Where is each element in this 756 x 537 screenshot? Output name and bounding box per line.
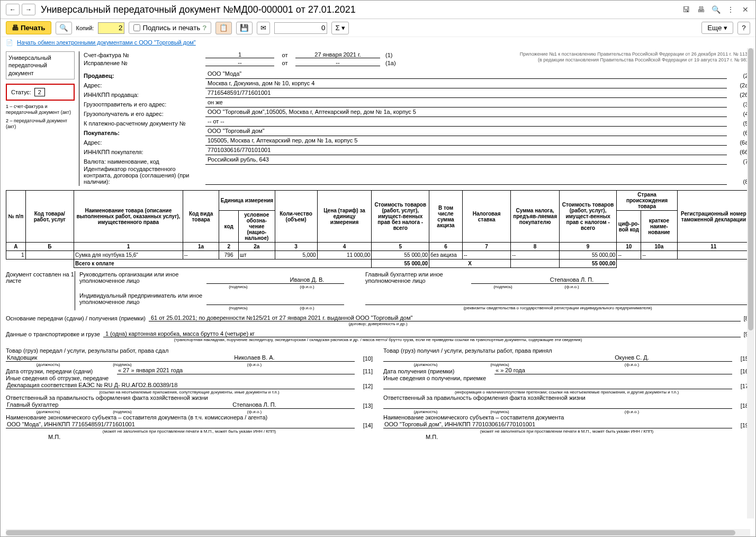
status-legend-2: 2 – передаточный документ (акт) — [6, 118, 75, 130]
status-value: 2 — [34, 88, 45, 96]
horizontal-scrollbar[interactable] — [6, 529, 750, 536]
print-icon[interactable]: 🖶 — [696, 5, 706, 14]
doc-type-title: Универсальный передаточный документ — [6, 51, 75, 79]
appendix-1: Приложение №1 к постановлению Правительс… — [507, 51, 750, 57]
status-legend-1: 1 – счет-фактура и передаточный документ… — [6, 104, 75, 115]
window-title: Универсальный передаточный документ №МД0… — [41, 4, 681, 15]
close-icon[interactable]: ✕ — [741, 5, 750, 14]
forward-button[interactable]: → — [22, 4, 35, 15]
goods-table: № п/п Код товара/ работ, услуг Наименова… — [6, 190, 750, 268]
save-doc-button[interactable]: 💾 — [236, 22, 253, 34]
edi-icon: 📄 — [6, 39, 13, 46]
print-button[interactable]: 🖶 Печать — [6, 21, 51, 34]
back-button[interactable]: ← — [6, 4, 20, 15]
copies-label: Копий: — [76, 25, 94, 31]
sign-checkbox[interactable] — [133, 24, 140, 31]
print-preview-button[interactable]: 🔍 — [56, 22, 72, 34]
more-icon[interactable]: ⋮ — [726, 5, 735, 14]
receive-block: Товар (груз) получил / услуги, результат… — [383, 347, 750, 440]
transfer-block: Товар (груз) передал / услуги, результат… — [6, 347, 373, 440]
table-row: 1Сумка для ноутбука 15,6"-- 796шт5,00011… — [6, 251, 750, 259]
sum-input[interactable] — [274, 22, 327, 34]
help-button[interactable]: ? — [737, 22, 750, 34]
template-button[interactable]: 📋 — [215, 22, 232, 34]
preview-icon[interactable]: 🔍 — [711, 5, 721, 14]
vertical-scrollbar[interactable] — [747, 48, 754, 518]
appendix-2: (в редакции постановления Правительства … — [507, 57, 750, 63]
email-button[interactable]: ✉ — [257, 22, 270, 34]
doc-pages: Документ составлен на 1 листе — [6, 271, 75, 310]
edi-link[interactable]: Начать обмен электронными документами с … — [17, 39, 196, 46]
copies-input[interactable] — [98, 22, 124, 34]
sign-print-button[interactable]: Подпись и печать ? — [129, 22, 211, 34]
more-button[interactable]: Еще ▾ — [701, 22, 733, 34]
sigma-button[interactable]: Σ ▾ — [331, 22, 349, 34]
save-icon[interactable]: 🖫 — [681, 5, 691, 14]
status-box: Статус: 2 — [6, 84, 75, 101]
